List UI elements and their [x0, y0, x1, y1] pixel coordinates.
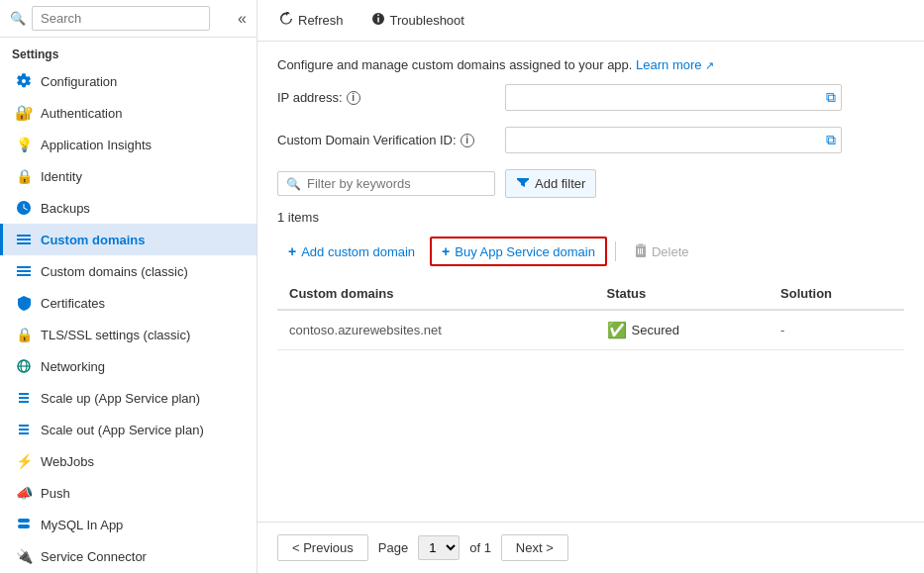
status-label: Secured	[632, 323, 679, 337]
toolbar: Refresh Troubleshoot	[257, 0, 924, 42]
svg-rect-4	[17, 270, 31, 272]
sidebar-item-label: Identity	[41, 169, 82, 184]
solution-cell: -	[769, 310, 904, 350]
custom-domain-id-label: Custom Domain Verification ID: i	[277, 133, 495, 147]
add-filter-icon	[516, 175, 530, 192]
learn-more-link[interactable]: Learn more ↗	[636, 57, 714, 72]
add-custom-domain-label: Add custom domain	[301, 244, 415, 259]
search-input[interactable]	[32, 6, 210, 31]
svg-rect-2	[17, 242, 31, 244]
external-link-icon: ↗	[705, 59, 714, 71]
action-separator	[615, 241, 616, 261]
sidebar-item-tls-ssl-settings[interactable]: 🔒 TLS/SSL settings (classic)	[0, 319, 257, 350]
backups-icon	[15, 199, 33, 217]
ip-address-info-icon[interactable]: i	[347, 91, 360, 105]
pagination: < Previous Page 1 of 1 Next >	[257, 522, 924, 573]
sidebar-item-mysql-in-app[interactable]: MySQL In App	[0, 509, 257, 540]
col-solution: Solution	[769, 278, 904, 310]
sidebar-item-label: Scale up (App Service plan)	[41, 391, 200, 406]
sidebar-item-configuration[interactable]: Configuration	[0, 65, 257, 97]
sidebar-item-scale-up[interactable]: Scale up (App Service plan)	[0, 382, 257, 414]
sidebar-item-push[interactable]: 📣 Push	[0, 477, 257, 509]
secured-icon: ✅	[607, 321, 627, 339]
sidebar-item-scale-out[interactable]: Scale out (App Service plan)	[0, 414, 257, 445]
filter-input-wrap[interactable]: 🔍	[277, 171, 495, 196]
filter-row: 🔍 Add filter	[277, 169, 904, 198]
settings-section-label: Settings	[0, 38, 257, 65]
troubleshoot-icon	[371, 12, 385, 29]
add-filter-label: Add filter	[535, 176, 585, 191]
refresh-icon	[279, 12, 293, 29]
sidebar-item-custom-domains[interactable]: Custom domains	[0, 224, 257, 255]
custom-domain-id-copy-button[interactable]: ⧉	[824, 130, 838, 150]
sidebar-item-label: Scale out (App Service plan)	[41, 423, 204, 437]
tls-ssl-icon: 🔒	[15, 326, 33, 343]
application-insights-icon: 💡	[15, 136, 33, 153]
troubleshoot-button[interactable]: Troubleshoot	[365, 8, 470, 33]
custom-domain-id-info-icon[interactable]: i	[461, 134, 474, 147]
svg-rect-5	[17, 274, 31, 276]
page-select[interactable]: 1	[418, 535, 460, 560]
page-label: Page	[378, 540, 408, 555]
action-bar: + Add custom domain + Buy App Service do…	[277, 237, 904, 266]
collapse-button[interactable]: «	[238, 10, 247, 28]
next-button[interactable]: Next >	[501, 534, 568, 561]
table-row[interactable]: contoso.azurewebsites.net ✅ Secured -	[277, 310, 904, 350]
main-content: Refresh Troubleshoot Configure and manag…	[257, 0, 924, 573]
sidebar-item-backups[interactable]: Backups	[0, 192, 257, 224]
search-icon: 🔍	[10, 11, 26, 26]
sidebar-item-label: Certificates	[41, 296, 105, 311]
custom-domain-id-input[interactable]	[505, 127, 842, 153]
sidebar-item-networking[interactable]: Networking	[0, 350, 257, 382]
items-count: 1 items	[277, 210, 904, 225]
sidebar-item-identity[interactable]: 🔒 Identity	[0, 160, 257, 192]
ip-address-input-wrap: ⧉	[505, 84, 842, 111]
refresh-button[interactable]: Refresh	[273, 8, 350, 33]
buy-app-service-domain-label: Buy App Service domain	[455, 244, 595, 259]
sidebar-item-label: Backups	[41, 201, 90, 216]
sidebar-item-application-insights[interactable]: 💡 Application Insights	[0, 129, 257, 160]
sidebar-item-webjobs[interactable]: ⚡ WebJobs	[0, 445, 257, 477]
ip-address-input[interactable]	[505, 84, 842, 111]
sidebar: 🔍 « Settings Configuration 🔐 Authenticat…	[0, 0, 257, 573]
custom-domains-classic-icon	[15, 262, 33, 280]
sidebar-item-label: TLS/SSL settings (classic)	[41, 328, 190, 342]
buy-app-service-domain-button[interactable]: + Buy App Service domain	[430, 237, 607, 266]
networking-icon	[15, 357, 33, 375]
domain-name-cell: contoso.azurewebsites.net	[277, 310, 595, 350]
status-secured: ✅ Secured	[607, 321, 758, 339]
previous-button[interactable]: < Previous	[277, 534, 368, 561]
sidebar-item-authentication[interactable]: 🔐 Authentication	[0, 97, 257, 129]
delete-button[interactable]: Delete	[624, 238, 700, 266]
sidebar-item-label: Custom domains	[41, 233, 145, 247]
add-custom-domain-plus-icon: +	[288, 243, 296, 259]
ip-address-copy-button[interactable]: ⧉	[824, 87, 838, 108]
sidebar-item-custom-domains-classic[interactable]: Custom domains (classic)	[0, 255, 257, 287]
custom-domain-id-input-wrap: ⧉	[505, 127, 842, 153]
sidebar-item-label: Application Insights	[41, 138, 152, 152]
filter-input[interactable]	[307, 176, 486, 191]
sidebar-item-label: Authentication	[41, 106, 122, 121]
scale-up-icon	[15, 389, 33, 407]
domains-table: Custom domains Status Solution contoso.a…	[277, 278, 904, 350]
troubleshoot-label: Troubleshoot	[390, 13, 464, 28]
sidebar-item-label: MySQL In App	[41, 518, 123, 532]
table-header: Custom domains Status Solution	[277, 278, 904, 310]
push-icon: 📣	[15, 484, 33, 502]
description-text: Configure and manage custom domains assi…	[277, 57, 904, 72]
refresh-label: Refresh	[298, 13, 344, 28]
of-label: of 1	[469, 540, 491, 555]
svg-rect-0	[17, 235, 31, 237]
sidebar-item-label: Service Connector	[41, 549, 147, 564]
sidebar-item-label: Custom domains (classic)	[41, 264, 188, 279]
identity-icon: 🔒	[15, 167, 33, 185]
status-cell: ✅ Secured	[595, 310, 770, 350]
delete-label: Delete	[652, 244, 689, 259]
content-area: Configure and manage custom domains assi…	[257, 42, 924, 522]
delete-icon	[635, 243, 647, 260]
sidebar-item-service-connector[interactable]: 🔌 Service Connector	[0, 540, 257, 572]
add-filter-button[interactable]: Add filter	[505, 169, 596, 198]
add-custom-domain-button[interactable]: + Add custom domain	[277, 238, 426, 265]
sidebar-search-bar: 🔍 «	[0, 0, 257, 38]
sidebar-item-certificates[interactable]: Certificates	[0, 287, 257, 319]
